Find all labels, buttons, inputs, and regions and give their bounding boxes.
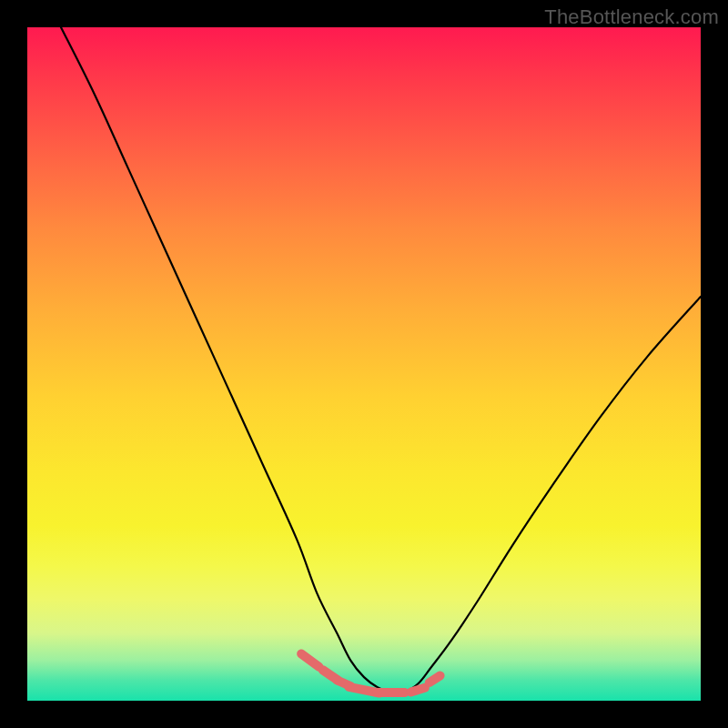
curve-group (61, 27, 701, 694)
outer-frame: TheBottleneck.com (0, 0, 728, 728)
watermark-text: TheBottleneck.com (544, 5, 719, 29)
trough-dash (301, 654, 318, 667)
trough-dash (411, 688, 425, 693)
trough-dash-group (301, 654, 440, 693)
chart-svg (27, 27, 701, 701)
left-curve (61, 27, 404, 694)
plot-area (27, 27, 701, 701)
right-curve (391, 297, 701, 694)
trough-dash (430, 676, 440, 683)
